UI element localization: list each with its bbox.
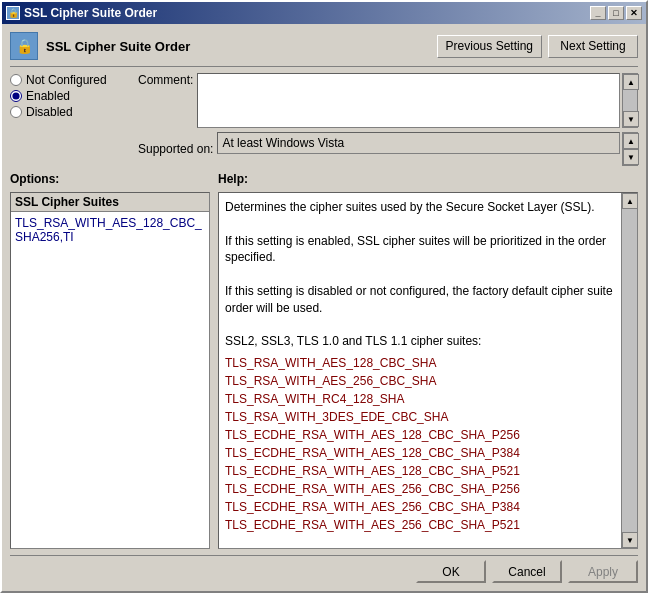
help-scroll-down[interactable]: ▼ <box>622 532 638 548</box>
options-help-row: Options: Help: <box>10 172 638 186</box>
minimize-button[interactable]: _ <box>590 6 606 20</box>
help-cipher-list: TLS_RSA_WITH_AES_128_CBC_SHATLS_RSA_WITH… <box>225 354 615 534</box>
cipher-value: TLS_RSA_WITH_AES_128_CBC_SHA256,TI <box>15 216 202 244</box>
help-text: Determines the cipher suites used by the… <box>219 193 621 548</box>
supported-label: Supported on: <box>138 142 213 156</box>
help-label: Help: <box>218 172 638 186</box>
enabled-label: Enabled <box>26 89 70 103</box>
help-cipher-item: TLS_ECDHE_RSA_WITH_AES_128_CBC_SHA_P256 <box>225 426 615 444</box>
supported-value: At least Windows Vista <box>217 132 620 154</box>
enabled-radio[interactable] <box>10 90 22 102</box>
comment-scroll-up[interactable]: ▲ <box>623 74 639 90</box>
supported-scroll-down[interactable]: ▼ <box>623 149 639 165</box>
ok-button[interactable]: OK <box>416 560 486 583</box>
panels-row: SSL Cipher Suites TLS_RSA_WITH_AES_128_C… <box>10 192 638 549</box>
not-configured-radio-item[interactable]: Not Configured <box>10 73 130 87</box>
comment-label: Comment: <box>138 73 193 87</box>
window-title: SSL Cipher Suite Order <box>24 6 157 20</box>
help-cipher-item: TLS_RSA_WITH_AES_256_CBC_SHA <box>225 372 615 390</box>
header-icon: 🔒 <box>10 32 38 60</box>
comment-textarea[interactable] <box>197 73 620 128</box>
help-cipher-item: TLS_ECDHE_RSA_WITH_AES_256_CBC_SHA_P256 <box>225 480 615 498</box>
form-section: Not Configured Enabled Disabled Comment: <box>10 73 638 166</box>
header-title: SSL Cipher Suite Order <box>46 39 429 54</box>
help-panel: Determines the cipher suites used by the… <box>218 192 638 549</box>
help-para-2: If this setting is enabled, SSL cipher s… <box>225 233 615 267</box>
help-cipher-item: TLS_RSA_WITH_AES_128_CBC_SHA <box>225 354 615 372</box>
help-scrollbar: ▲ ▼ <box>621 193 637 548</box>
help-cipher-item: TLS_ECDHE_RSA_WITH_AES_128_CBC_SHA_P384 <box>225 444 615 462</box>
prev-setting-button[interactable]: Previous Setting <box>437 35 542 58</box>
help-scroll-track <box>622 209 637 532</box>
supported-row: Supported on: At least Windows Vista ▲ ▼ <box>138 132 638 166</box>
help-para-3: If this setting is disabled or not confi… <box>225 283 615 317</box>
next-setting-button[interactable]: Next Setting <box>548 35 638 58</box>
not-configured-radio[interactable] <box>10 74 22 86</box>
help-scroll-up[interactable]: ▲ <box>622 193 638 209</box>
cipher-header: SSL Cipher Suites <box>11 193 209 212</box>
disabled-radio[interactable] <box>10 106 22 118</box>
title-buttons: _ □ ✕ <box>590 6 642 20</box>
disabled-label: Disabled <box>26 105 73 119</box>
content-area: 🔒 SSL Cipher Suite Order Previous Settin… <box>2 24 646 591</box>
help-cipher-item: TLS_ECDHE_RSA_WITH_AES_256_CBC_SHA_P384 <box>225 498 615 516</box>
comment-scroll-down[interactable]: ▼ <box>623 111 639 127</box>
main-window: 🔒 SSL Cipher Suite Order _ □ ✕ 🔒 SSL Cip… <box>0 0 648 593</box>
form-right: Comment: ▲ ▼ Supported on: At <box>138 73 638 166</box>
help-cipher-item: TLS_RSA_WITH_RC4_128_SHA <box>225 390 615 408</box>
help-cipher-item: TLS_RSA_WITH_3DES_EDE_CBC_SHA <box>225 408 615 426</box>
footer-row: OK Cancel Apply <box>10 555 638 583</box>
supported-scroll-up[interactable]: ▲ <box>623 133 639 149</box>
cipher-panel: SSL Cipher Suites TLS_RSA_WITH_AES_128_C… <box>10 192 210 549</box>
close-button[interactable]: ✕ <box>626 6 642 20</box>
header-buttons: Previous Setting Next Setting <box>437 35 638 58</box>
options-label: Options: <box>10 172 210 186</box>
help-para-1: Determines the cipher suites used by the… <box>225 199 615 216</box>
help-para-4: SSL2, SSL3, TLS 1.0 and TLS 1.1 cipher s… <box>225 333 615 350</box>
radio-column: Not Configured Enabled Disabled <box>10 73 130 166</box>
apply-button[interactable]: Apply <box>568 560 638 583</box>
title-bar: 🔒 SSL Cipher Suite Order _ □ ✕ <box>2 2 646 24</box>
disabled-radio-item[interactable]: Disabled <box>10 105 130 119</box>
enabled-radio-item[interactable]: Enabled <box>10 89 130 103</box>
maximize-button[interactable]: □ <box>608 6 624 20</box>
window-icon: 🔒 <box>6 6 20 20</box>
cancel-button[interactable]: Cancel <box>492 560 562 583</box>
help-cipher-item: TLS_ECDHE_RSA_WITH_AES_128_CBC_SHA_P521 <box>225 462 615 480</box>
cipher-content: TLS_RSA_WITH_AES_128_CBC_SHA256,TI <box>11 212 209 548</box>
not-configured-label: Not Configured <box>26 73 107 87</box>
header-section: 🔒 SSL Cipher Suite Order Previous Settin… <box>10 32 638 67</box>
help-cipher-item: TLS_ECDHE_RSA_WITH_AES_256_CBC_SHA_P521 <box>225 516 615 534</box>
title-bar-left: 🔒 SSL Cipher Suite Order <box>6 6 157 20</box>
